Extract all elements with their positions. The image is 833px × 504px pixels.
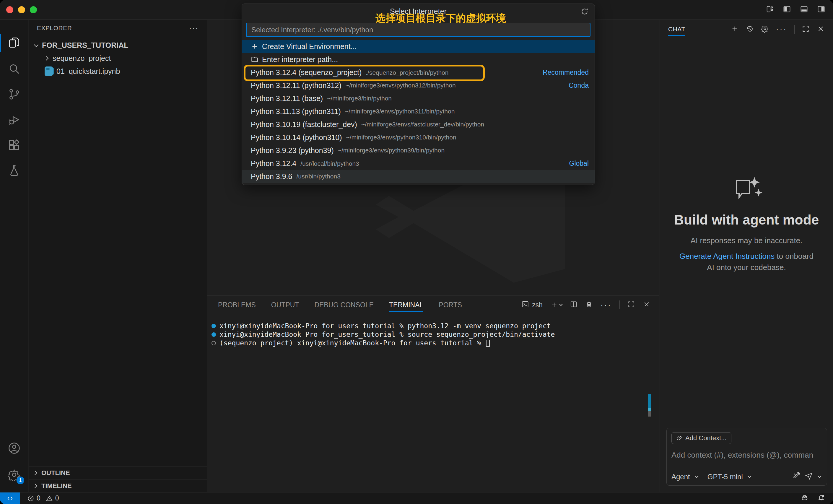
terminal-line: xinyi@xinyideMacBook-Pro for_users_tutor…: [212, 322, 659, 330]
chat-settings-icon[interactable]: [761, 25, 769, 34]
sidebar-item-extensions[interactable]: [0, 134, 28, 156]
notebook-label: 01_quickstart.ipynb: [56, 67, 120, 76]
tab-ports[interactable]: PORTS: [439, 296, 462, 314]
maximize-panel-icon[interactable]: [627, 301, 635, 309]
minimize-window-button[interactable]: [18, 6, 25, 13]
sidebar-item-explorer[interactable]: [0, 32, 28, 54]
root-folder-label: FOR_USERS_TUTORIAL: [42, 41, 128, 50]
chevron-down-icon: [695, 474, 698, 478]
terminal-output[interactable]: xinyi@xinyideMacBook-Pro for_users_tutor…: [207, 314, 659, 347]
warning-icon: [46, 495, 53, 502]
remote-indicator[interactable]: [0, 493, 20, 504]
problems-status[interactable]: 0 0: [27, 494, 59, 502]
zoom-window-button[interactable]: [30, 6, 37, 13]
conda-badge: Conda: [569, 81, 589, 90]
chat-history-icon[interactable]: [746, 25, 754, 34]
close-window-button[interactable]: [6, 6, 13, 13]
tab-problems[interactable]: PROBLEMS: [218, 296, 256, 314]
folder-icon: [251, 55, 259, 63]
tab-output[interactable]: OUTPUT: [271, 296, 299, 314]
list-item-create-venv[interactable]: Create Virtual Environment...: [242, 40, 595, 53]
paperclip-icon: [676, 435, 682, 441]
extensions-icon: [8, 139, 21, 151]
split-terminal-icon[interactable]: [570, 301, 577, 309]
interpreter-list: Create Virtual Environment... Enter inte…: [242, 40, 595, 185]
command-success-dot: [212, 324, 216, 328]
list-item-interpreter[interactable]: Python 3.10.14 (python310)~/miniforge3/e…: [242, 131, 595, 144]
list-item-interpreter[interactable]: Python 3.12.4 (sequenzo_project)./sequen…: [242, 66, 595, 79]
notifications-bell-icon[interactable]: [817, 494, 825, 503]
new-terminal-button[interactable]: [550, 301, 562, 309]
list-item-interpreter[interactable]: Python 3.11.13 (python311)~/miniforge3/e…: [242, 105, 595, 118]
chat-empty-state: Build with agent mode AI responses may b…: [660, 176, 833, 273]
close-chat-icon[interactable]: [817, 25, 825, 34]
close-panel-icon[interactable]: [643, 301, 650, 309]
beaker-icon: [8, 164, 21, 177]
chat-input-placeholder[interactable]: Add context (#), extensions (@), comman: [671, 451, 822, 460]
panel-more-actions-icon[interactable]: ···: [600, 304, 612, 306]
tree-item-notebook[interactable]: 01_quickstart.ipynb: [29, 65, 207, 78]
chevron-down-icon: [747, 474, 752, 478]
sidebar-item-search[interactable]: [0, 57, 28, 80]
sidebar-item-testing[interactable]: [0, 159, 28, 182]
chat-panel: CHAT ··· Build with agent mode AI re: [660, 20, 833, 492]
folder-label: sequenzo_project: [53, 54, 111, 63]
traffic-lights: [6, 6, 37, 13]
agent-mode-picker[interactable]: Agent: [671, 473, 690, 481]
list-item-interpreter[interactable]: Python 3.9.23 (python39)~/miniforge3/env…: [242, 144, 595, 157]
account-icon: [8, 442, 21, 455]
list-item-interpreter[interactable]: Python 3.10.19 (fastcluster_dev)~/minifo…: [242, 118, 595, 131]
tab-debug-console[interactable]: DEBUG CONSOLE: [314, 296, 374, 314]
maximize-chat-icon[interactable]: [802, 25, 810, 34]
list-item-interpreter[interactable]: Python 3.9.6/usr/bin/python3: [242, 170, 595, 183]
refresh-interpreters-icon[interactable]: [580, 7, 589, 18]
list-item-interpreter[interactable]: Python 3.12.4/usr/local/bin/python3 Glob…: [242, 157, 595, 170]
terminal-scroll-indicator[interactable]: [648, 394, 651, 416]
error-count: 0: [37, 494, 41, 502]
files-icon: [8, 36, 21, 49]
list-item-interpreter[interactable]: Python 3.12.11 (base)~/miniforge3/bin/py…: [242, 92, 595, 105]
sidebar-item-run-debug[interactable]: [0, 109, 28, 131]
toggle-panel-icon[interactable]: [800, 5, 808, 15]
settings-button[interactable]: 1: [0, 463, 28, 486]
chat-sparkle-icon: [660, 176, 833, 204]
run-debug-icon: [8, 113, 21, 126]
search-icon: [8, 62, 21, 75]
toggle-secondary-sidebar-icon[interactable]: [817, 5, 825, 15]
tree-item-folder[interactable]: sequenzo_project: [29, 52, 207, 65]
explorer-more-actions-icon[interactable]: ···: [189, 24, 198, 33]
command-success-dot: [212, 332, 216, 337]
shell-name[interactable]: zsh: [532, 301, 543, 309]
copilot-status-icon[interactable]: [801, 494, 809, 503]
generate-agent-instructions-link[interactable]: Generate Agent Instructions: [680, 252, 775, 261]
list-item-enter-path[interactable]: Enter interpreter path...: [242, 53, 595, 66]
plus-icon: [251, 43, 259, 50]
terminal-line: (sequenzo_project) xinyi@xinyideMacBook-…: [212, 339, 659, 347]
kill-terminal-icon[interactable]: [585, 301, 593, 309]
tree-root-folder[interactable]: FOR_USERS_TUTORIAL: [29, 39, 207, 52]
outline-section-header[interactable]: OUTLINE: [29, 466, 207, 479]
command-active-dot: [212, 341, 216, 345]
new-chat-icon[interactable]: [731, 25, 739, 34]
explorer-title: EXPLORER: [37, 25, 72, 32]
explorer-sidebar: EXPLORER ··· FOR_USERS_TUTORIAL sequenzo…: [29, 20, 207, 492]
tab-chat[interactable]: CHAT: [668, 20, 685, 39]
interpreter-search-input[interactable]: [246, 23, 591, 37]
list-item-interpreter[interactable]: Python 3.12.11 (python312)~/miniforge3/e…: [242, 79, 595, 92]
timeline-section-header[interactable]: TIMELINE: [29, 479, 207, 492]
account-button[interactable]: [0, 437, 28, 459]
tab-terminal[interactable]: TERMINAL: [389, 296, 423, 314]
error-icon: [27, 495, 34, 502]
send-button[interactable]: [805, 472, 813, 482]
add-context-button[interactable]: Add Context...: [671, 432, 731, 444]
chat-input-box[interactable]: Add Context... Add context (#), extensio…: [666, 428, 827, 486]
sidebar-item-source-control[interactable]: [0, 83, 28, 105]
terminal-shell-icon: [521, 301, 529, 309]
chat-more-actions-icon[interactable]: ···: [776, 28, 787, 31]
configure-tools-icon[interactable]: [792, 472, 801, 482]
model-picker[interactable]: GPT-5 mini: [708, 473, 743, 481]
chat-disclaimer: AI responses may be inaccurate.: [660, 236, 833, 245]
customize-layout-icon[interactable]: [766, 5, 774, 15]
terminal-line: xinyi@xinyideMacBook-Pro for_users_tutor…: [212, 330, 659, 339]
toggle-primary-sidebar-icon[interactable]: [783, 5, 791, 15]
